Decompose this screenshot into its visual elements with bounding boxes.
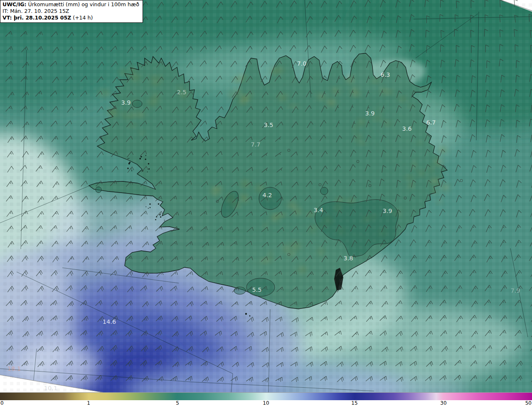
precip-value-label: 14.6 <box>103 318 116 325</box>
colorbar-gradient <box>0 392 532 400</box>
precip-value-label: 3.5 <box>264 122 273 128</box>
product-id: UWC/IG: <box>2 1 27 7</box>
precip-value-label: 3.4 <box>313 207 323 213</box>
tick-15: 15 <box>351 400 357 406</box>
precip-value-label: 18.1 <box>7 365 21 372</box>
precip-value-label: 6.7 <box>426 119 436 126</box>
precip-value-label: 3.9 <box>121 99 131 106</box>
precip-value-label: 5.5 <box>252 286 261 293</box>
iceland-precip-wind-map: 7.06.33.92.53.53.93.66.77.74.23.43.93.85… <box>0 0 532 393</box>
precip-colorbar: 0 1 5 10 15 30 50 <box>0 392 532 406</box>
map-title-line: UWC/IG: Úrkomumætti (mm) og vindur i 100… <box>2 1 139 8</box>
init-time-line: IT: Mán. 27. 10. 2025 15Z <box>2 8 139 15</box>
precip-value-label: 10.1 <box>44 385 57 391</box>
tick-10: 10 <box>263 400 269 406</box>
weather-map-page: 7.06.33.92.53.53.93.66.77.74.23.43.93.85… <box>0 0 532 406</box>
colorbar-tick-labels: 0 1 5 10 15 30 50 <box>0 400 532 406</box>
valid-time-line: VT: þri. 28.10.2025 05Z (+14 h) <box>2 15 139 21</box>
precip-value-label: 2.5 <box>177 89 186 95</box>
precip-value-label: 3.9 <box>382 208 392 214</box>
tick-1: 1 <box>87 400 90 406</box>
precip-value-label: 7.0 <box>297 60 306 67</box>
tick-50: 50 <box>525 400 532 406</box>
map-title-box: UWC/IG: Úrkomumætti (mm) og vindur i 100… <box>0 0 143 23</box>
tick-30: 30 <box>440 400 446 406</box>
precip-value-label: 6.3 <box>380 71 390 78</box>
precip-value-label: 7.7 <box>251 141 260 148</box>
tick-5: 5 <box>176 400 179 406</box>
precip-value-label: 3.6 <box>402 125 411 132</box>
precip-value-label: 4.2 <box>262 192 272 198</box>
precip-value-label: 3.9 <box>365 110 374 117</box>
precip-value-label: 3.8 <box>343 255 353 262</box>
tick-0: 0 <box>0 400 4 406</box>
precip-value-label: 7.9 <box>510 287 520 294</box>
